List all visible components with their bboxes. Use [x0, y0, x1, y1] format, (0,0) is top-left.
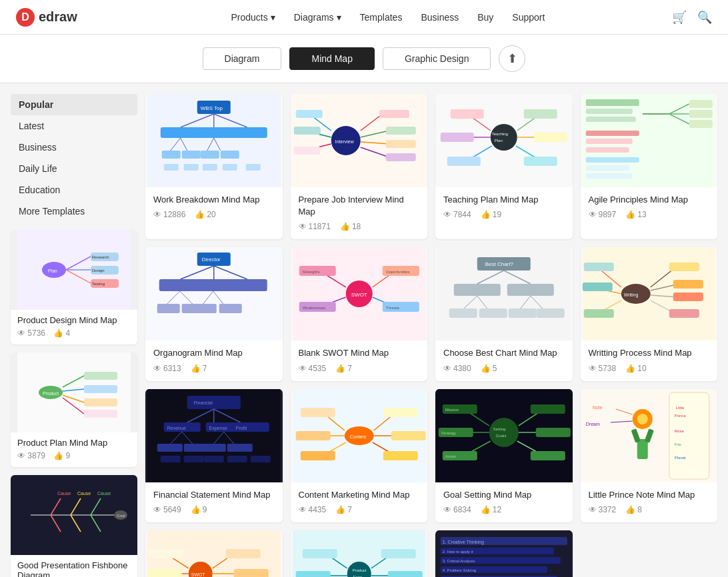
svg-rect-152	[479, 308, 507, 318]
card-info-8: Financial Statement Mind Map 👁 5649 👍 9	[145, 482, 283, 522]
card-meta-11: 👁 3372 👍 8	[589, 505, 710, 514]
like-icon-10: 👍	[481, 505, 491, 514]
side-card-thumb-0: Plan Research Design Testing	[11, 230, 137, 310]
tab-mindmap[interactable]: Mind Map	[289, 47, 374, 70]
sidebar-item-business[interactable]: Business	[11, 137, 137, 158]
svg-text:Revenue: Revenue	[167, 426, 186, 430]
tab-graphic[interactable]: Graphic Design	[383, 47, 491, 70]
card-0[interactable]: WBS Top	[145, 94, 283, 239]
svg-text:Note: Note	[592, 405, 602, 410]
svg-rect-151	[449, 308, 477, 318]
card-meta-9: 👁 4435 👍 7	[299, 505, 420, 514]
svg-rect-87	[447, 157, 481, 166]
svg-text:Dream: Dream	[585, 422, 599, 426]
eye-icon-7: 👁	[589, 364, 597, 373]
svg-rect-166	[673, 280, 703, 288]
card-meta-6: 👁 4380 👍 5	[443, 364, 565, 373]
like-icon-2: 👍	[481, 210, 491, 219]
side-card-2[interactable]: Goal Cause Cause Cause Good Presentation…	[11, 475, 137, 577]
nav-buy[interactable]: Buy	[477, 12, 493, 23]
card-3[interactable]: Agile Principles Mind Map 👁 9897 👍 13	[581, 94, 718, 239]
card-13[interactable]: Product Exec Product Execut	[291, 530, 428, 577]
svg-rect-73	[293, 127, 320, 135]
card-meta-5: 👁 4535 👍 7	[299, 364, 420, 373]
svg-rect-194	[204, 456, 224, 462]
card-6[interactable]: Best Chart? Choose Best Chart Mind Ma	[435, 247, 573, 380]
sidebar-item-dailylife[interactable]: Daily Life	[11, 158, 137, 179]
svg-rect-276	[387, 571, 422, 577]
logo-icon: D	[16, 8, 35, 27]
svg-rect-99	[689, 100, 712, 108]
sidebar-item-more[interactable]: More Templates	[11, 201, 137, 222]
svg-rect-273	[295, 571, 330, 577]
svg-rect-227	[531, 451, 565, 460]
card-title-5: Blank SWOT Mind Map	[299, 347, 420, 359]
svg-rect-208	[300, 451, 335, 460]
upload-button[interactable]: ⬆	[499, 45, 525, 72]
side-card-1[interactable]: Product Product Plan Mind Map 👁 3	[11, 352, 137, 467]
card-2[interactable]: Teaching Plan Teaching Plan	[435, 94, 573, 239]
svg-rect-19	[84, 372, 117, 380]
svg-text:Cause: Cause	[57, 491, 71, 496]
card-likes-11: 👍 8	[625, 505, 642, 514]
card-info-0: Work Breakdown Mind Map 👁 12886 👍 20	[145, 187, 283, 227]
card-thumb-12: SWOT	[145, 530, 283, 577]
sidebar-nav: Popular Latest Business Daily Life Educa…	[11, 94, 137, 222]
sidebar-item-latest[interactable]: Latest	[11, 115, 137, 137]
nav-diagrams[interactable]: Diagrams ▾	[294, 12, 341, 23]
card-title-9: Content Marketing Mind Map	[299, 489, 420, 501]
card-views-1: 👁 11871	[299, 222, 331, 231]
card-views-9: 👁 4435	[299, 505, 327, 514]
svg-rect-168	[669, 309, 699, 318]
svg-rect-71	[385, 153, 415, 161]
svg-text:Planet: Planet	[674, 456, 685, 460]
svg-rect-20	[84, 385, 117, 393]
svg-text:Plan: Plan	[48, 269, 57, 273]
card-views-4: 👁 6313	[153, 364, 181, 373]
card-views-0: 👁 12886	[153, 210, 185, 219]
svg-rect-124	[219, 304, 242, 313]
card-views-10: 👁 6834	[443, 505, 471, 514]
svg-rect-225	[531, 404, 565, 414]
side-card-0[interactable]: Plan Research Design Testing Product Des…	[11, 230, 137, 344]
card-8[interactable]: Financial Revenue Expense Profit	[145, 389, 283, 522]
card-11[interactable]: Note Dream Little Prince Rose Fox Planet…	[581, 389, 718, 522]
sidebar-item-popular[interactable]: Popular	[11, 94, 137, 115]
svg-rect-49	[162, 151, 181, 159]
svg-point-213	[489, 418, 519, 447]
svg-text:Design: Design	[92, 269, 105, 273]
card-views-2: 👁 7844	[443, 210, 471, 219]
card-10[interactable]: Setting Goals Mission Strategy	[435, 389, 573, 522]
card-7[interactable]: Writing Writtin	[581, 247, 718, 380]
logo[interactable]: D edraw	[16, 8, 77, 27]
nav-products[interactable]: Products ▾	[231, 12, 275, 23]
sidebar-item-education[interactable]: Education	[11, 179, 137, 201]
card-1[interactable]: Interview Prepa	[291, 94, 428, 239]
svg-rect-92	[585, 99, 639, 106]
card-likes-7: 👍 10	[625, 364, 646, 373]
svg-point-76	[491, 124, 517, 151]
card-thumb-10: Setting Goals Mission Strategy	[435, 389, 573, 482]
logo-text: edraw	[39, 9, 77, 25]
card-9[interactable]: Content Content Marketing Mind Map	[291, 389, 428, 522]
card-info-11: Little Prince Note Mind Map 👁 3372 👍 8	[581, 482, 718, 522]
search-icon[interactable]: 🔍	[697, 10, 712, 25]
card-5[interactable]: SWOT Strengths Weaknesses Opportunities …	[291, 247, 428, 380]
svg-rect-165	[669, 263, 699, 271]
svg-text:Best Chart?: Best Chart?	[485, 261, 514, 267]
card-14[interactable]: 1. Creative Thinking 2. How to apply it …	[435, 530, 573, 577]
card-12[interactable]: SWOT SWOT Analysis Mind Map	[145, 530, 283, 577]
nav-business[interactable]: Business	[421, 12, 459, 23]
svg-text:Cause: Cause	[97, 491, 111, 496]
nav-templates[interactable]: Templates	[360, 12, 403, 23]
svg-rect-272	[302, 549, 337, 558]
cart-icon[interactable]: 🛒	[672, 10, 687, 25]
card-thumb-11: Note Dream Little Prince Rose Fox Planet	[581, 389, 718, 482]
nav-support[interactable]: Support	[512, 12, 545, 23]
svg-rect-195	[227, 456, 247, 462]
svg-text:Opportunities: Opportunities	[385, 270, 409, 274]
svg-text:Little: Little	[675, 406, 684, 410]
card-4[interactable]: Director Organo	[145, 247, 283, 380]
tab-diagram[interactable]: Diagram	[203, 47, 282, 70]
svg-rect-146	[507, 284, 554, 296]
